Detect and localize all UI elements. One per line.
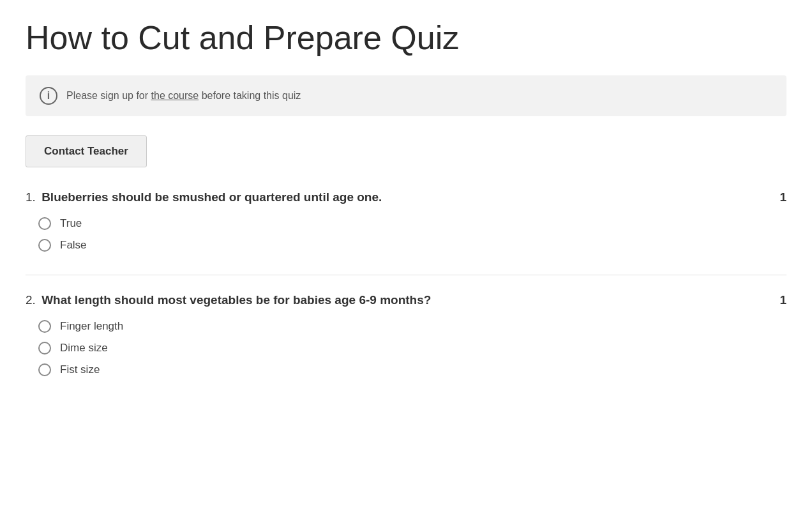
option-radio-false[interactable] bbox=[38, 239, 51, 252]
question-points-2: 1 bbox=[779, 293, 786, 307]
question-prefix-1: 1. bbox=[26, 190, 36, 204]
info-banner: i Please sign up for the course before t… bbox=[26, 75, 786, 116]
questions-container: 1. Blueberries should be smushed or quar… bbox=[26, 190, 786, 376]
info-icon: i bbox=[40, 87, 57, 105]
option-label-false: False bbox=[60, 239, 87, 252]
option-radio-true[interactable] bbox=[38, 217, 51, 230]
question-block-2: 2. What length should most vegetables be… bbox=[26, 293, 786, 376]
contact-teacher-button[interactable]: Contact Teacher bbox=[26, 135, 147, 167]
question-points-1: 1 bbox=[779, 190, 786, 204]
option-radio-fist[interactable] bbox=[38, 363, 51, 376]
question-divider-1 bbox=[26, 275, 786, 275]
options-list-1: True False bbox=[26, 217, 786, 252]
option-label-finger: Finger length bbox=[60, 320, 123, 333]
question-label-2: What length should most vegetables be fo… bbox=[41, 293, 431, 307]
option-item-finger[interactable]: Finger length bbox=[38, 320, 786, 333]
page-title: How to Cut and Prepare Quiz bbox=[26, 19, 786, 57]
info-text-after: before taking this quiz bbox=[199, 90, 301, 101]
option-label-dime: Dime size bbox=[60, 342, 108, 355]
question-header-1: 1. Blueberries should be smushed or quar… bbox=[26, 190, 786, 204]
info-banner-text: Please sign up for the course before tak… bbox=[66, 90, 301, 102]
option-item-fist[interactable]: Fist size bbox=[38, 363, 786, 376]
question-header-2: 2. What length should most vegetables be… bbox=[26, 293, 786, 307]
option-item-dime[interactable]: Dime size bbox=[38, 342, 786, 355]
option-item-true[interactable]: True bbox=[38, 217, 786, 230]
question-text-1: 1. Blueberries should be smushed or quar… bbox=[26, 190, 767, 204]
question-prefix-2: 2. bbox=[26, 293, 36, 307]
option-label-true: True bbox=[60, 217, 82, 230]
question-block-1: 1. Blueberries should be smushed or quar… bbox=[26, 190, 786, 252]
course-link[interactable]: the course bbox=[151, 90, 199, 101]
option-label-fist: Fist size bbox=[60, 363, 100, 376]
options-list-2: Finger length Dime size Fist size bbox=[26, 320, 786, 376]
question-text-2: 2. What length should most vegetables be… bbox=[26, 293, 767, 307]
info-text-before: Please sign up for bbox=[66, 90, 151, 101]
question-label-1: Blueberries should be smushed or quarter… bbox=[41, 190, 382, 204]
option-radio-dime[interactable] bbox=[38, 342, 51, 355]
option-radio-finger[interactable] bbox=[38, 320, 51, 333]
option-item-false[interactable]: False bbox=[38, 239, 786, 252]
